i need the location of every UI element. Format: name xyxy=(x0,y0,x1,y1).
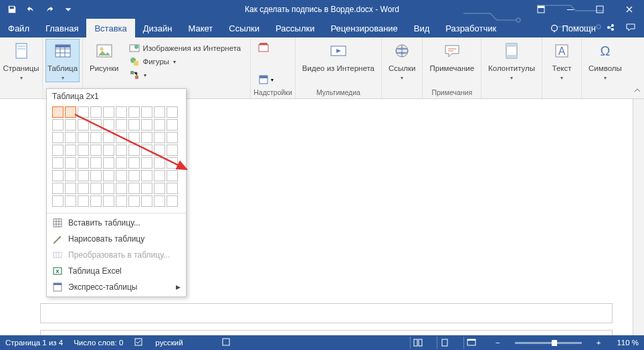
grid-cell[interactable] xyxy=(141,119,152,130)
grid-cell[interactable] xyxy=(90,106,102,118)
tab-view[interactable]: Вид xyxy=(406,19,438,37)
grid-cell[interactable] xyxy=(128,170,140,181)
pictures-button[interactable]: Рисунки xyxy=(86,39,122,74)
grid-cell[interactable] xyxy=(116,157,127,169)
zoom-slider[interactable] xyxy=(515,342,582,344)
tab-layout[interactable]: Макет xyxy=(180,19,221,37)
grid-cell[interactable] xyxy=(52,195,64,207)
smartart-button[interactable]: ▾ xyxy=(126,68,243,82)
grid-cell[interactable] xyxy=(52,170,64,181)
pages-button[interactable]: Страницы ▾ xyxy=(3,39,39,82)
grid-cell[interactable] xyxy=(78,183,89,194)
undo-button[interactable] xyxy=(23,1,39,17)
grid-cell[interactable] xyxy=(116,106,127,118)
grid-cell[interactable] xyxy=(141,195,152,207)
symbols-button[interactable]: Ω Символы ▾ xyxy=(584,39,626,82)
grid-cell[interactable] xyxy=(167,106,178,118)
tab-references[interactable]: Ссылки xyxy=(221,19,267,37)
grid-cell[interactable] xyxy=(90,183,102,194)
grid-cell[interactable] xyxy=(65,145,76,156)
word-count[interactable]: Число слов: 0 xyxy=(74,339,123,347)
grid-cell[interactable] xyxy=(78,170,89,181)
tab-review[interactable]: Рецензирование xyxy=(322,19,405,37)
view-read-icon[interactable] xyxy=(410,337,426,349)
grid-cell[interactable] xyxy=(167,145,178,156)
grid-cell[interactable] xyxy=(78,132,89,143)
tab-design[interactable]: Дизайн xyxy=(135,19,181,37)
grid-cell[interactable] xyxy=(103,106,114,118)
grid-cell[interactable] xyxy=(116,145,127,156)
grid-cell[interactable] xyxy=(154,170,165,181)
collapse-ribbon-icon[interactable] xyxy=(633,85,641,97)
grid-cell[interactable] xyxy=(78,119,89,130)
page-info[interactable]: Страница 1 из 4 xyxy=(5,339,63,347)
headers-button[interactable]: Колонтитулы ▾ xyxy=(484,39,539,82)
spellcheck-icon[interactable] xyxy=(134,337,144,348)
grid-cell[interactable] xyxy=(154,106,165,118)
grid-cell[interactable] xyxy=(141,183,152,194)
grid-cell[interactable] xyxy=(167,170,178,181)
grid-cell[interactable] xyxy=(78,145,89,156)
grid-cell[interactable] xyxy=(103,119,114,130)
grid-cell[interactable] xyxy=(65,195,76,207)
grid-cell[interactable] xyxy=(52,145,64,156)
online-video-button[interactable]: Видео из Интернета xyxy=(298,39,379,74)
zoom-out-button[interactable]: − xyxy=(496,339,500,347)
grid-cell[interactable] xyxy=(141,132,152,143)
grid-cell[interactable] xyxy=(154,183,165,194)
save-button[interactable] xyxy=(4,1,20,17)
grid-cell[interactable] xyxy=(78,195,89,207)
shapes-button[interactable]: Фигуры▾ xyxy=(126,55,243,68)
grid-cell[interactable] xyxy=(103,145,114,156)
grid-cell[interactable] xyxy=(65,183,76,194)
grid-cell[interactable] xyxy=(52,119,64,130)
grid-cell[interactable] xyxy=(103,170,114,181)
grid-cell[interactable] xyxy=(90,132,102,143)
vertical-scrollbar[interactable] xyxy=(633,99,644,335)
grid-cell[interactable] xyxy=(167,132,178,143)
grid-cell[interactable] xyxy=(154,157,165,169)
grid-cell[interactable] xyxy=(128,157,140,169)
tab-file[interactable]: Файл xyxy=(0,19,37,37)
grid-cell[interactable] xyxy=(78,157,89,169)
grid-cell[interactable] xyxy=(141,170,152,181)
quick-tables-item[interactable]: Экспресс-таблицы▶ xyxy=(47,279,186,295)
comment-button[interactable]: Примечание xyxy=(425,39,478,74)
grid-cell[interactable] xyxy=(103,183,114,194)
table-size-grid[interactable] xyxy=(52,106,181,207)
grid-cell[interactable] xyxy=(103,157,114,169)
text-button[interactable]: A Текст ▾ xyxy=(545,39,578,82)
grid-cell[interactable] xyxy=(141,145,152,156)
excel-table-item[interactable]: XТаблица Excel xyxy=(47,263,186,279)
grid-cell[interactable] xyxy=(128,106,140,118)
grid-cell[interactable] xyxy=(116,132,127,143)
tab-insert[interactable]: Вставка xyxy=(86,19,134,37)
grid-cell[interactable] xyxy=(116,195,127,207)
tab-mailings[interactable]: Рассылки xyxy=(267,19,322,37)
grid-cell[interactable] xyxy=(141,106,152,118)
draw-table-item[interactable]: Нарисовать таблицу xyxy=(47,231,186,247)
qat-customize[interactable] xyxy=(60,1,76,17)
ribbon-options-button[interactable] xyxy=(526,0,556,19)
grid-cell[interactable] xyxy=(65,106,76,118)
grid-cell[interactable] xyxy=(128,132,140,143)
grid-cell[interactable] xyxy=(116,119,127,130)
grid-cell[interactable] xyxy=(116,170,127,181)
grid-cell[interactable] xyxy=(128,145,140,156)
comments-icon[interactable] xyxy=(625,22,636,35)
zoom-in-button[interactable]: + xyxy=(597,339,601,347)
grid-cell[interactable] xyxy=(154,132,165,143)
grid-cell[interactable] xyxy=(103,132,114,143)
redo-button[interactable] xyxy=(41,1,58,17)
grid-cell[interactable] xyxy=(65,119,76,130)
minimize-button[interactable] xyxy=(556,0,585,19)
grid-cell[interactable] xyxy=(52,132,64,143)
grid-cell[interactable] xyxy=(141,157,152,169)
store-icon[interactable] xyxy=(257,41,274,56)
grid-cell[interactable] xyxy=(90,157,102,169)
grid-cell[interactable] xyxy=(167,157,178,169)
grid-cell[interactable] xyxy=(90,195,102,207)
grid-cell[interactable] xyxy=(128,195,140,207)
grid-cell[interactable] xyxy=(116,183,127,194)
grid-cell[interactable] xyxy=(65,170,76,181)
